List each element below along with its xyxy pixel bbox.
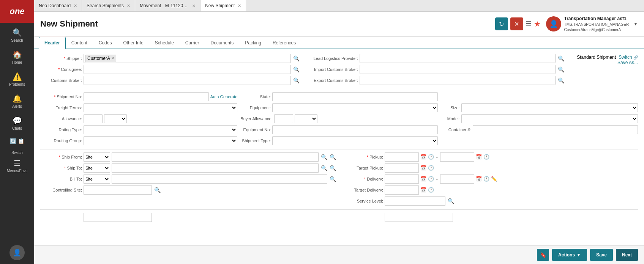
lead-logistics-input[interactable] (360, 54, 556, 63)
app-logo[interactable]: one (0, 0, 34, 23)
export-customs-input[interactable] (360, 76, 556, 85)
save-as-link[interactable]: Save As... (570, 60, 638, 65)
rating-type-select[interactable] (84, 125, 237, 134)
shipper-search-button[interactable]: 🔍 (292, 55, 300, 61)
export-customs-search-button[interactable]: 🔍 (557, 77, 565, 83)
sidebar-item-menus[interactable]: ☰ Menus/Favs (0, 155, 34, 177)
bill-to-search-button[interactable]: 🔍 (329, 176, 337, 182)
equipment-select[interactable] (272, 103, 437, 112)
buyer-allowance-select[interactable] (295, 114, 317, 123)
tab-close-search-shipments[interactable]: ✕ (127, 3, 130, 8)
allowance-select[interactable] (104, 114, 127, 123)
bottom-left-input[interactable] (84, 213, 152, 222)
actions-button[interactable]: Actions ▼ (552, 249, 587, 261)
delivery-calendar-icon[interactable]: 📅 (420, 176, 426, 182)
sidebar-item-problems[interactable]: ⚠️ Problems (0, 68, 34, 90)
pickup-calendar-icon[interactable]: 📅 (420, 154, 426, 160)
shipment-no-input[interactable] (84, 92, 209, 101)
sidebar-item-search[interactable]: 🔍 Search (0, 24, 34, 46)
sidebar-item-chats[interactable]: 💬 Chats (0, 112, 34, 134)
tab-schedule[interactable]: Schedule (149, 37, 180, 49)
delivery-clock-icon[interactable]: 🕐 (428, 176, 434, 182)
auto-generate-link[interactable]: Auto Generate (210, 94, 238, 99)
tab-references[interactable]: References (267, 37, 301, 49)
user-avatar-sidebar[interactable]: 👤 (9, 245, 25, 260)
tab-packing[interactable]: Packing (239, 37, 267, 49)
tab-header[interactable]: Header (39, 37, 66, 49)
bookmark-button[interactable]: 🔖 (537, 249, 549, 261)
customs-broker-search-button[interactable]: 🔍 (292, 77, 300, 83)
user-dropdown-arrow[interactable]: ▼ (633, 21, 638, 27)
delivery-edit-icon[interactable]: ✏️ (491, 176, 497, 182)
controlling-site-search-button[interactable]: 🔍 (153, 187, 161, 193)
model-select[interactable] (461, 114, 638, 123)
shipper-tag-close[interactable]: ✕ (111, 56, 114, 60)
target-pickup-calendar-icon[interactable]: 📅 (420, 165, 426, 171)
ship-from-search-button1[interactable]: 🔍 (320, 154, 328, 160)
pickup-calendar2-icon[interactable]: 📅 (476, 154, 482, 160)
size-select[interactable] (461, 103, 638, 112)
ship-from-input[interactable] (112, 152, 319, 162)
menu-button[interactable]: ☰ (526, 20, 532, 28)
shipment-type-select[interactable] (272, 136, 437, 145)
target-delivery-clock-icon[interactable]: 🕐 (428, 187, 434, 193)
pickup-date2-input[interactable] (440, 152, 474, 162)
pickup-clock-icon[interactable]: 🕐 (428, 154, 434, 160)
tab-other-info[interactable]: Other Info (117, 37, 149, 49)
state-input[interactable] (272, 92, 437, 101)
sidebar-item-alerts[interactable]: 🔔 Alerts (0, 90, 34, 112)
routing-group-select[interactable] (84, 136, 237, 145)
ship-to-site-select[interactable]: Site (84, 163, 110, 173)
starred-icon[interactable]: ★ (534, 19, 541, 28)
import-customs-input[interactable] (360, 65, 556, 74)
bill-to-site-select[interactable]: Site (84, 174, 110, 184)
tab-documents[interactable]: Documents (205, 37, 240, 49)
buyer-allowance-input[interactable] (274, 114, 293, 123)
target-delivery-calendar-icon[interactable]: 📅 (420, 187, 426, 193)
bottom-right-input[interactable] (385, 213, 453, 222)
equipment-no-input[interactable] (272, 125, 437, 134)
next-button[interactable]: Next (616, 249, 638, 261)
service-level-search-button[interactable]: 🔍 (447, 198, 455, 204)
switch-link[interactable]: Switch (619, 55, 632, 60)
delivery-clock2-icon[interactable]: 🕐 (483, 176, 489, 182)
service-level-input[interactable] (385, 196, 445, 206)
tab-neo-dashboard[interactable]: Neo Dashboard ✕ (34, 0, 82, 11)
ship-to-input[interactable] (112, 163, 319, 173)
bill-to-input[interactable] (112, 174, 327, 184)
container-hash-input[interactable] (473, 125, 638, 134)
consignee-search-button[interactable]: 🔍 (292, 66, 300, 72)
target-delivery-date-input[interactable] (385, 185, 419, 195)
delivery-date-input[interactable] (385, 174, 419, 184)
ship-to-search-button1[interactable]: 🔍 (320, 165, 328, 171)
target-pickup-clock-icon[interactable]: 🕐 (428, 165, 434, 171)
sidebar-item-home[interactable]: 🏠 Home (0, 46, 34, 68)
freight-terms-select[interactable] (84, 103, 237, 112)
target-pickup-date-input[interactable] (385, 163, 419, 173)
pickup-clock2-icon[interactable]: 🕐 (483, 154, 489, 160)
lead-logistics-search-button[interactable]: 🔍 (557, 55, 565, 61)
controlling-site-input[interactable] (84, 185, 152, 195)
tab-close-movement[interactable]: ✕ (192, 3, 196, 8)
tab-codes[interactable]: Codes (93, 37, 118, 49)
ship-from-site-select[interactable]: Site (84, 152, 110, 162)
ship-to-search-button2[interactable]: 🔍 (329, 165, 337, 171)
allowance-input1[interactable] (84, 114, 103, 123)
pickup-date-input[interactable] (385, 152, 419, 162)
shipper-field[interactable]: CustomerA ✕ (84, 54, 291, 63)
consignee-input[interactable] (84, 65, 291, 74)
tab-carrier[interactable]: Carrier (180, 37, 205, 49)
sidebar-item-switch[interactable]: 🔄 📋 (0, 134, 34, 149)
ship-from-search-button2[interactable]: 🔍 (329, 154, 337, 160)
customs-broker-input[interactable] (84, 76, 291, 85)
delivery-date2-input[interactable] (440, 174, 474, 184)
tab-search-shipments[interactable]: Search Shipments ✕ (82, 0, 135, 11)
cancel-button[interactable]: ✕ (510, 17, 523, 30)
import-customs-search-button[interactable]: 🔍 (557, 66, 565, 72)
tab-close-new-shipment[interactable]: ✕ (238, 3, 241, 8)
tab-new-shipment[interactable]: New Shipment ✕ (200, 0, 246, 11)
save-button[interactable]: Save (590, 249, 613, 261)
delivery-calendar2-icon[interactable]: 📅 (476, 176, 482, 182)
tab-movement[interactable]: Movement - M-11120CM_FAN_IN... ✕ (135, 0, 200, 11)
refresh-button[interactable]: ↻ (495, 17, 508, 30)
